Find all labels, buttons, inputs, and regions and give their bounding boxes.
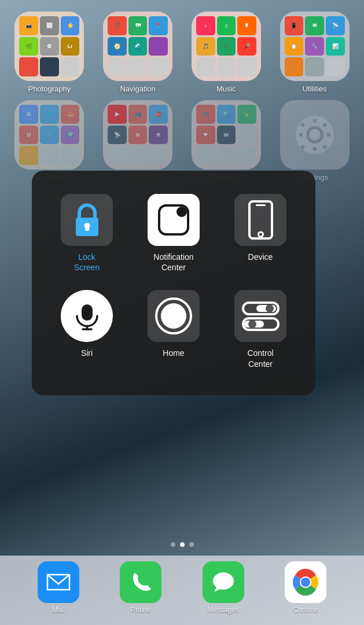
folder-music[interactable]: ♪ ♫ 🎙 🎵 🎶 🎤 Music — [186, 12, 267, 93]
folder-icon-music: ♪ ♫ 🎙 🎵 🎶 🎤 — [192, 12, 261, 81]
assistive-item-device[interactable]: Device — [231, 185, 289, 271]
page-dots — [0, 542, 364, 547]
svg-rect-3 — [85, 226, 89, 231]
assistive-label-notification-center: NotificationCenter — [153, 252, 193, 273]
assistive-label-device: Device — [248, 252, 273, 262]
folder-icon-utilities: 📱 ✉ 📡 📋 🔧 📊 — [280, 12, 350, 81]
folder-utilities[interactable]: 📱 ✉ 📡 📋 🔧 📊 Utilities — [274, 12, 355, 93]
folder-games[interactable]: 🎮 🔍 🦜 ❤ W Games — [186, 100, 267, 182]
svg-point-5 — [177, 207, 187, 217]
folder-photography[interactable]: 📷 ⬜ ⭐ 🌿 ⚙ Lr Photography — [9, 12, 90, 93]
dock-item-messages[interactable]: Messages — [203, 561, 244, 614]
home-icon — [153, 296, 194, 336]
phone-app-icon — [120, 561, 161, 603]
folder-label-navigation: Navigation — [120, 84, 155, 93]
folder-navigation[interactable]: 🎵 🗺 📍 🧭 🌊 Navigation — [97, 12, 179, 93]
dock-item-chrome[interactable]: Chrome — [285, 561, 326, 614]
siri-icon-bg — [61, 290, 113, 342]
assistive-item-notification-center[interactable]: NotificationCenter — [145, 185, 203, 281]
dock-label-chrome: Chrome — [293, 606, 318, 614]
folder-icon-video: ▶ 📺 🍎 📡 N R — [103, 100, 172, 170]
dock-label-messages: Messages — [207, 606, 239, 614]
assistive-label-home: Home — [163, 348, 184, 358]
assistive-label-lock-screen: LockScreen — [74, 252, 100, 273]
folder-label-utilities: Utilities — [303, 84, 327, 93]
folder-icon-browsers: G 🌐 🦊 O 🐦 🌍 — [14, 100, 84, 170]
svg-point-17 — [266, 304, 274, 312]
folder-icon-photography: 📷 ⬜ ⭐ 🌿 ⚙ Lr — [14, 12, 84, 81]
chrome-app-icon — [285, 561, 326, 603]
lock-screen-icon-bg — [61, 194, 113, 246]
folder-label-photography: Photography — [28, 84, 71, 93]
app-grid-row1: 📷 ⬜ ⭐ 🌿 ⚙ Lr Photography 🎵 🗺 📍 🧭 🌊 — [9, 12, 355, 182]
svg-point-14 — [161, 303, 186, 329]
assistive-label-control-center: ControlCenter — [247, 348, 273, 369]
assistive-grid: LockScreen NotificationCenter — [43, 185, 304, 378]
folder-icon-navigation: 🎵 🗺 📍 🧭 🌊 — [103, 12, 172, 81]
device-icon — [248, 200, 274, 240]
folder-label-music: Music — [216, 84, 236, 93]
assistive-item-siri[interactable]: Siri — [58, 281, 116, 367]
dock: Mail Phone Messages — [0, 556, 364, 625]
home-icon-bg — [148, 290, 200, 342]
page-dot-1 — [171, 542, 175, 547]
assistive-label-siri: Siri — [81, 348, 93, 358]
control-center-icon-bg — [234, 290, 286, 342]
assistive-item-control-center[interactable]: ControlCenter — [231, 281, 289, 377]
page-dot-3 — [189, 542, 194, 547]
notification-center-icon-bg — [148, 194, 200, 246]
folder-browsers[interactable]: G 🌐 🦊 O 🐦 🌍 Browsers — [9, 100, 90, 182]
svg-point-20 — [248, 320, 256, 328]
dock-label-phone: Phone — [131, 606, 151, 614]
control-center-icon — [242, 300, 280, 332]
dock-item-mail[interactable]: Mail — [38, 561, 79, 614]
folder-video[interactable]: ▶ 📺 🍎 📡 N R Video — [97, 100, 179, 182]
svg-point-26 — [301, 578, 310, 587]
assistive-item-lock-screen[interactable]: LockScreen — [58, 185, 116, 281]
dock-item-phone[interactable]: Phone — [120, 561, 161, 614]
lock-icon — [71, 201, 103, 239]
svg-rect-7 — [256, 204, 266, 206]
folder-settings[interactable]: Settings — [274, 100, 355, 182]
svg-point-22 — [213, 572, 234, 590]
dock-label-mail: Mail — [52, 606, 65, 614]
folder-icon-games: 🎮 🔍 🦜 ❤ W — [192, 100, 261, 170]
assistive-item-home[interactable]: Home — [145, 281, 203, 367]
messages-app-icon — [203, 561, 244, 603]
page-dot-2 — [180, 542, 185, 547]
device-icon-bg — [234, 194, 286, 246]
svg-rect-10 — [82, 304, 93, 321]
folder-icon-settings — [280, 100, 350, 170]
svg-point-8 — [258, 232, 263, 237]
assistive-touch-overlay: LockScreen NotificationCenter — [32, 171, 315, 395]
notification-center-icon — [156, 203, 191, 237]
siri-icon — [71, 300, 103, 332]
mail-app-icon — [38, 561, 79, 603]
